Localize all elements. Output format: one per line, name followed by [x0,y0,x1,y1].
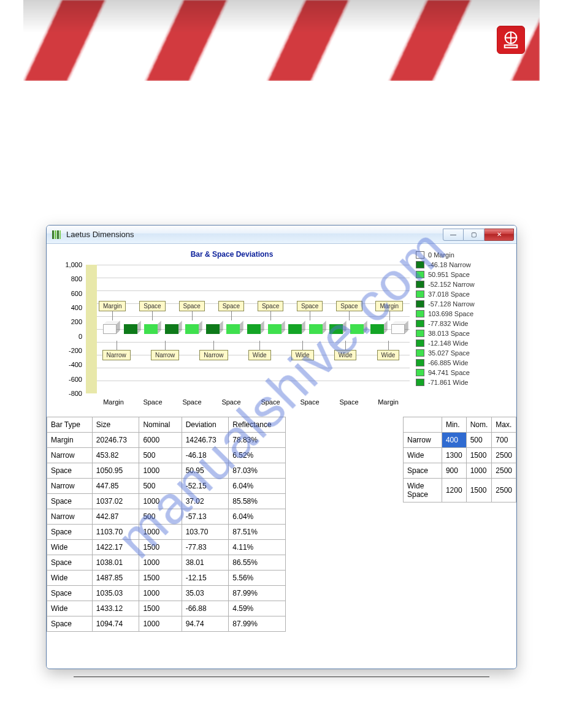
table-cell: -66.88 [182,601,229,616]
table-cell: 453.82 [92,448,139,463]
table-cell: 1500 [139,540,182,555]
legend-swatch-icon [416,330,424,337]
table-cell[interactable]: 2500 [492,463,516,479]
table-header: Nominal [139,417,182,433]
table-row: Space1094.74100094.7487.99% [47,616,286,632]
legend-item: -12.148 Wide [416,338,509,348]
x-category-label: Space [215,398,248,412]
table-cell: 6000 [139,433,182,448]
legend-item: 0 Margin [416,250,509,260]
legend-item: -46.18 Narrow [416,260,509,270]
chart-callout: Narrow [151,350,179,360]
table-cell: 50.95 [182,463,229,479]
table-row: Space1037.02100037.0285.58% [47,494,286,509]
legend-label: 103.698 Space [428,310,473,317]
table-header: Max. [492,417,516,433]
table-cell: -46.18 [182,448,229,463]
chart-callout: Wide [291,350,314,360]
legend-label: 37.018 Space [428,290,470,298]
x-category-label: Margin [372,398,405,412]
chart-x-axis: MarginSpaceSpaceSpaceSpaceSpaceSpaceMarg… [97,398,405,412]
legend-item: -52.152 Narrow [416,279,509,289]
table-cell[interactable]: 1000 [466,463,492,479]
table-cell[interactable]: 400 [442,433,466,448]
chart-bar [391,324,405,334]
table-cell: Narrow [47,448,93,463]
x-category-label: Space [332,398,366,412]
table-cell: 103.70 [182,525,229,540]
y-tick-label: -600 [69,376,82,383]
limits-table: Min.Nom.Max.Narrow400500700Wide130015002… [403,417,516,632]
table-cell: 500 [139,509,182,525]
table-cell: 1487.85 [92,571,139,586]
minimize-button[interactable]: — [443,229,464,241]
legend-item: 38.013 Space [416,328,509,338]
table-cell: 1038.01 [92,555,139,571]
table-cell: Space [47,555,93,571]
table-cell: 1500 [139,601,182,616]
table-header: Deviation [182,417,229,433]
table-cell: Wide [47,571,93,586]
table-cell: 1103.70 [92,525,139,540]
legend-item: 35.027 Space [416,348,509,358]
legend-swatch-icon [416,281,424,288]
table-cell[interactable]: 2500 [492,479,516,502]
legend-item: 94.741 Space [416,368,509,377]
legend-swatch-icon [416,369,424,376]
table-cell: Space [47,616,93,632]
maximize-button[interactable]: ▢ [464,229,484,241]
legend-swatch-icon [416,359,424,366]
chart-callout: Space [297,301,323,311]
chart-callout: Margin [375,301,403,311]
table-cell: Space [47,494,93,509]
table-cell: 1037.02 [92,494,139,509]
chart-bar [144,324,158,334]
table-cell[interactable]: 1300 [442,448,466,463]
close-button[interactable]: ✕ [484,229,514,241]
legend-swatch-icon [416,300,424,308]
page-banner [23,0,540,81]
y-tick-label: 1,000 [65,261,82,268]
table-cell: 35.03 [182,586,229,601]
x-category-label: Space [175,398,209,412]
y-tick-label: 800 [71,275,82,282]
legend-item: -66.885 Wide [416,358,509,368]
table-cell: 1000 [139,494,182,509]
legend-swatch-icon [416,339,424,347]
table-cell[interactable]: 700 [492,433,516,448]
table-cell[interactable]: 1500 [466,448,492,463]
table-cell: 1500 [139,571,182,586]
chart-bar [350,324,364,334]
table-row: Wide Space120015002500 [404,479,516,502]
table-cell: 1000 [139,525,182,540]
table-header: Reflectance [229,417,286,433]
x-category-label: Space [293,398,326,412]
table-cell[interactable]: 2500 [492,448,516,463]
table-row: Narrow447.85500-52.156.04% [47,479,286,494]
table-cell: 1433.12 [92,601,139,616]
table-cell: 94.74 [182,616,229,632]
table-cell: 14246.73 [182,433,229,448]
table-cell: 87.51% [229,525,286,540]
table-cell[interactable]: 1500 [466,479,492,502]
legend-swatch-icon [416,251,424,259]
legend-swatch-icon [416,290,424,298]
svg-rect-5 [55,230,56,239]
table-cell[interactable]: 900 [442,463,466,479]
chart-bottom-callouts: NarrowNarrowNarrowWideWideWideWide [92,350,410,360]
table-cell: 4.11% [229,540,286,555]
window-titlebar[interactable]: Laetus Dimensions — ▢ ✕ [47,226,516,244]
chart-callout: Narrow [199,350,228,360]
table-row: Space1035.03100035.0387.99% [47,586,286,601]
chart-panel: Bar & Space Deviations 1,000800600400200… [54,250,410,412]
table-cell[interactable]: 1200 [442,479,466,502]
app-window: Laetus Dimensions — ▢ ✕ Bar & Space Devi… [46,225,517,669]
table-cell: 1000 [139,616,182,632]
y-tick-label: 0 [79,333,82,340]
table-cell: Wide Space [404,479,442,502]
table-cell: 500 [139,448,182,463]
legend-item: 50.951 Space [416,270,509,279]
app-icon [52,230,61,240]
table-cell: Narrow [47,509,93,525]
table-cell[interactable]: 500 [466,433,492,448]
